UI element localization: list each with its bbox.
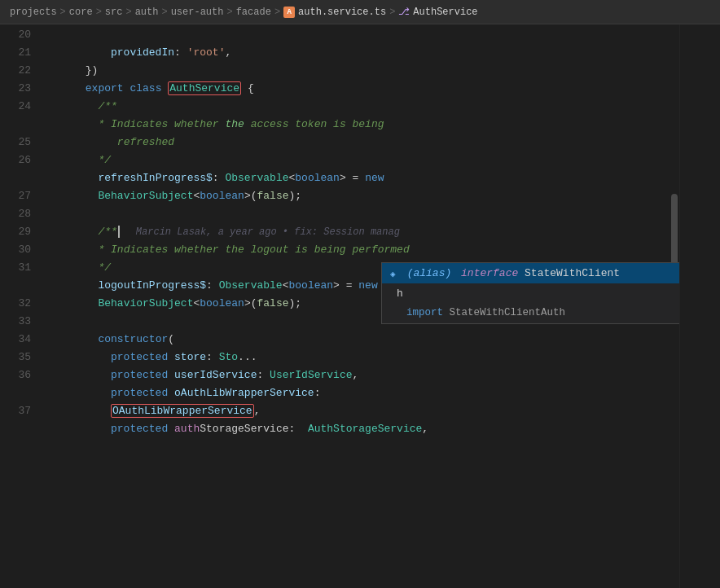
bc-sep-5: > bbox=[226, 7, 232, 18]
ln-25: 25 bbox=[0, 134, 31, 151]
ln-34: 34 bbox=[0, 331, 31, 349]
code-editor[interactable]: providedIn: 'root', }) export class Auth… bbox=[39, 24, 679, 588]
code-line-20: providedIn: 'root', bbox=[47, 26, 679, 44]
code-line-29: * Indicates whether the logout is being … bbox=[47, 223, 679, 241]
code-line-24b: refreshed bbox=[47, 116, 679, 134]
autocomplete-item-0[interactable]: ◈ (alias) interface StateWithClient bbox=[382, 263, 679, 283]
autocomplete-popup[interactable]: ◈ (alias) interface StateWithClient h im… bbox=[381, 262, 679, 324]
code-line-28: /**Marcin Lasak, a year ago • fix: Sessi… bbox=[47, 205, 679, 223]
bc-core[interactable]: core bbox=[69, 7, 93, 18]
ln-27: 27 bbox=[0, 187, 31, 205]
ln-28: 28 bbox=[0, 205, 31, 223]
ln-24b bbox=[0, 116, 31, 134]
ln-31a: 31 bbox=[0, 259, 31, 277]
ln-20: 20 bbox=[0, 26, 31, 44]
ln-24a: 24 bbox=[0, 98, 31, 116]
code-line-25: */ bbox=[47, 134, 679, 151]
autocomplete-type: interface bbox=[461, 267, 525, 279]
angular-icon: A bbox=[283, 7, 295, 18]
ln-36a: 36 bbox=[0, 366, 31, 384]
autocomplete-import: import StateWithClientAuth bbox=[382, 304, 679, 323]
interface-icon: ◈ bbox=[390, 269, 396, 279]
bc-filename[interactable]: auth.service.ts bbox=[298, 7, 386, 18]
ln-35: 35 bbox=[0, 349, 31, 366]
ln-22: 22 bbox=[0, 62, 31, 80]
ln-23: 23 bbox=[0, 80, 31, 98]
autocomplete-continuation: h bbox=[397, 287, 403, 300]
ln-26a: 26 bbox=[0, 151, 31, 169]
bc-src[interactable]: src bbox=[105, 7, 123, 18]
code-line-30: */ bbox=[47, 241, 679, 259]
autocomplete-label: (alias) interface StateWithClient bbox=[402, 267, 620, 279]
code-line-22: export class AuthService { bbox=[47, 62, 679, 80]
bc-sep-7: > bbox=[389, 7, 395, 18]
bc-auth[interactable]: auth bbox=[135, 7, 159, 18]
autocomplete-kind: (alias) bbox=[407, 267, 452, 279]
bc-sep-4: > bbox=[161, 7, 167, 18]
ln-31b bbox=[0, 277, 31, 295]
autocomplete-name: StateWithClient bbox=[525, 267, 620, 279]
code-line-23: /** bbox=[47, 80, 679, 98]
bc-sep-3: > bbox=[125, 7, 131, 18]
code-line-26a: refreshInProgress$: Observable<boolean> … bbox=[47, 151, 679, 169]
code-line-36a: protected oAuthLibWrapperService: bbox=[47, 366, 679, 384]
minimap bbox=[679, 24, 720, 588]
ln-37: 37 bbox=[0, 402, 31, 420]
tree-icon: ⎇ bbox=[398, 6, 410, 18]
ln-32: 32 bbox=[0, 295, 31, 313]
line-numbers: 20 21 22 23 24 25 26 27 28 29 30 31 32 3… bbox=[0, 24, 39, 588]
code-line-27 bbox=[47, 187, 679, 205]
code-line-34: protected store: Sto... bbox=[47, 331, 679, 349]
code-line-37: protected authStorageService: AuthStorag… bbox=[47, 402, 679, 420]
code-line-24a: * Indicates whether the access token is … bbox=[47, 98, 679, 116]
ln-21: 21 bbox=[0, 44, 31, 62]
bc-sep-1: > bbox=[60, 7, 66, 18]
ln-29: 29 bbox=[0, 223, 31, 241]
ln-30: 30 bbox=[0, 241, 31, 259]
code-line-21: }) bbox=[47, 44, 679, 62]
editor-container: 20 21 22 23 24 25 26 27 28 29 30 31 32 3… bbox=[0, 24, 720, 588]
bc-facade[interactable]: facade bbox=[236, 7, 271, 18]
bc-sep-6: > bbox=[274, 7, 280, 18]
code-line-36b: OAuthLibWrapperService, bbox=[47, 384, 679, 402]
code-line-35: protected userIdService: UserIdService, bbox=[47, 349, 679, 366]
ln-33: 33 bbox=[0, 313, 31, 331]
autocomplete-item-1: h bbox=[382, 283, 679, 304]
ln-36b bbox=[0, 384, 31, 402]
ln-26b bbox=[0, 169, 31, 187]
code-line-26b: BehaviorSubject<boolean>(false); bbox=[47, 169, 679, 187]
bc-classname[interactable]: AuthService bbox=[413, 7, 477, 18]
bc-projects[interactable]: projects bbox=[10, 7, 57, 18]
breadcrumb: projects > core > src > auth > user-auth… bbox=[0, 0, 720, 24]
bc-user-auth[interactable]: user-auth bbox=[171, 7, 224, 18]
bc-sep-2: > bbox=[96, 7, 102, 18]
